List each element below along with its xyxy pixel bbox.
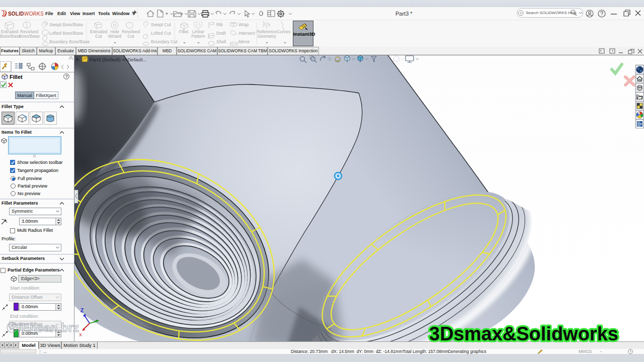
svg-text:a: a bbox=[263, 21, 265, 24]
svg-text:SOLID: SOLID bbox=[8, 11, 24, 17]
svg-text:?: ? bbox=[65, 74, 68, 79]
svg-text:Z: Z bbox=[80, 308, 84, 313]
svg-text:X: X bbox=[79, 332, 82, 337]
svg-text:?: ? bbox=[520, 11, 522, 16]
svg-text:3Dsmax&Solidworks: 3Dsmax&Solidworks bbox=[429, 323, 618, 344]
svg-text:Part3 (Default) <<Default...: Part3 (Default) <<Default... bbox=[90, 57, 147, 62]
svg-text:WORKS: WORKS bbox=[24, 11, 44, 17]
